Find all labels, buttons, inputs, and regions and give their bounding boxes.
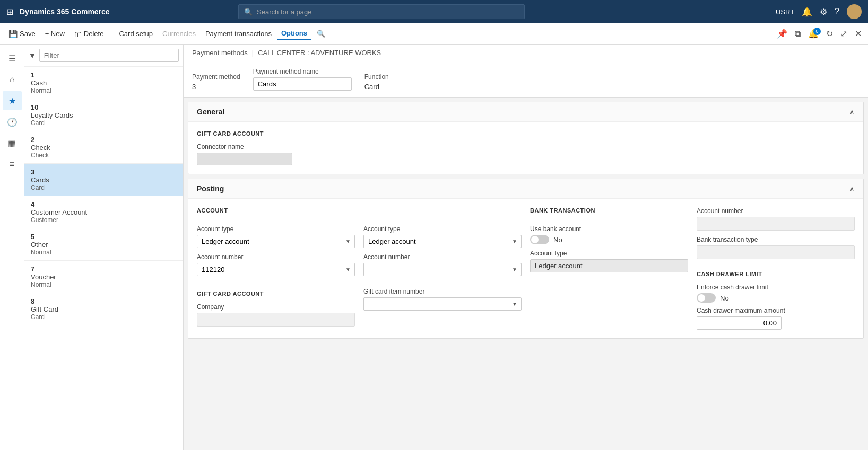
gift-card-item-select[interactable] <box>363 297 522 311</box>
bank-transaction-type-input[interactable] <box>697 245 855 259</box>
list-filter-icon[interactable]: ▼ <box>29 51 36 60</box>
gift-card-account-title: GIFT CARD ACCOUNT <box>197 130 855 137</box>
account-type2-label: Account type <box>363 225 522 233</box>
posting-grid: ACCOUNT Account type Ledger account ▼ <box>197 207 855 330</box>
list-item[interactable]: 4 Customer Account Customer <box>24 196 183 228</box>
new-button[interactable]: + New <box>41 28 69 40</box>
account-type-label: Account type <box>197 225 355 233</box>
save-button[interactable]: 💾 Save <box>4 28 40 40</box>
account-type2-select-wrapper: Ledger account ▼ <box>363 235 522 248</box>
list-item[interactable]: 7 Voucher Normal <box>24 261 183 293</box>
settings-icon[interactable]: ⚙ <box>820 7 827 17</box>
enforce-toggle-knob <box>698 294 705 302</box>
window-button[interactable]: ⧉ <box>793 28 803 40</box>
function-label: Function <box>364 73 389 81</box>
posting-section-title: Posting <box>197 184 224 193</box>
company-field: Company <box>197 303 355 327</box>
nav-star[interactable]: ★ <box>3 91 22 110</box>
list-item[interactable]: 2 Check Check <box>24 131 183 164</box>
breadcrumb-sub: CALL CENTER : ADVENTURE WORKS <box>258 49 381 57</box>
account-type-select[interactable]: Ledger account <box>197 235 355 248</box>
company-input[interactable] <box>197 313 355 327</box>
toggle-knob <box>531 236 539 243</box>
use-bank-account-value: No <box>553 236 562 244</box>
general-collapse-icon: ∧ <box>849 108 855 116</box>
general-section-content: GIFT CARD ACCOUNT Connector name <box>188 122 863 174</box>
account-number2-label: Account number <box>363 253 522 261</box>
list-item[interactable]: 1 Cash Normal <box>24 67 183 99</box>
nav-home[interactable]: ⌂ <box>3 70 22 89</box>
toolbar: 💾 Save + New 🗑 Delete Card setup Currenc… <box>0 23 868 45</box>
app-title: Dynamics 365 Commerce <box>20 7 110 16</box>
enforce-limit-value: No <box>720 294 729 302</box>
grid-icon[interactable]: ⊞ <box>6 7 13 17</box>
bank-account-number-input[interactable] <box>697 217 855 231</box>
close-button[interactable]: ✕ <box>853 28 864 40</box>
nav-hamburger[interactable]: ☰ <box>3 49 22 68</box>
account-number2-select-wrapper: ▼ <box>363 263 522 276</box>
payment-method-name-input[interactable] <box>253 77 352 91</box>
toolbar-separator-1 <box>111 28 111 40</box>
page-header: Payment methods | CALL CENTER : ADVENTUR… <box>184 45 868 61</box>
content-area: Payment methods | CALL CENTER : ADVENTUR… <box>184 45 868 450</box>
list-item[interactable]: 8 Gift Card Card <box>24 293 183 325</box>
cash-drawer-limit-title: CASH DRAWER LIMIT <box>697 271 855 277</box>
pin-button[interactable]: 📌 <box>775 28 789 40</box>
bank-transaction-type-field: Bank transaction type <box>697 236 855 259</box>
connector-name-label: Connector name <box>197 143 855 151</box>
help-icon[interactable]: ? <box>835 7 839 16</box>
delete-button[interactable]: 🗑 Delete <box>70 28 108 40</box>
nav-clock[interactable]: 🕐 <box>3 112 22 131</box>
gift-card-item-label: Gift card item number <box>363 288 522 295</box>
avatar[interactable] <box>847 4 862 19</box>
nav-list[interactable]: ≡ <box>3 155 22 174</box>
list-items: 1 Cash Normal 10 Loyalty Cards Card 2 Ch… <box>24 67 183 450</box>
cash-drawer-col: Account number Bank transaction type CAS… <box>697 207 855 330</box>
notification-icon[interactable]: 🔔 <box>802 7 812 17</box>
nav-grid[interactable]: ▦ <box>3 134 22 153</box>
account-type2-field: Account type Ledger account ▼ <box>363 225 522 248</box>
list-item[interactable]: 5 Other Normal <box>24 228 183 261</box>
company-label: Company <box>197 303 355 311</box>
bank-account-type-label: Account type <box>530 250 688 257</box>
payment-transactions-button[interactable]: Payment transactions <box>201 28 276 40</box>
search-bar[interactable]: 🔍 <box>238 4 525 19</box>
account-number-label: Account number <box>197 253 355 261</box>
max-amount-input[interactable] <box>697 316 782 330</box>
bank-account-type-value: Ledger account <box>530 259 688 272</box>
bank-transaction-title: BANK TRANSACTION <box>530 207 688 214</box>
options-button[interactable]: Options <box>277 27 311 40</box>
bank-account-number-field: Account number <box>697 207 855 231</box>
connector-name-input[interactable] <box>197 153 292 165</box>
bank-transaction-col: BANK TRANSACTION Use bank account No <box>530 207 688 330</box>
refresh-button[interactable]: ↻ <box>824 28 835 40</box>
account-type-select-wrapper: Ledger account ▼ <box>197 235 355 248</box>
general-section: General ∧ GIFT CARD ACCOUNT Connector na… <box>188 102 864 174</box>
expand-button[interactable]: ⤢ <box>838 28 849 40</box>
enforce-limit-field: Enforce cash drawer limit No <box>697 284 855 303</box>
list-item-selected[interactable]: 3 Cards Card <box>24 164 183 196</box>
currencies-button[interactable]: Currencies <box>158 28 200 40</box>
posting-section-header[interactable]: Posting ∧ <box>188 179 863 199</box>
payment-method-name-field: Payment method name <box>253 68 352 91</box>
cash-drawer-limit-section: CASH DRAWER LIMIT Enforce cash drawer li… <box>697 271 855 330</box>
max-amount-label: Cash drawer maximum amount <box>697 307 855 314</box>
account-section-title: ACCOUNT <box>197 207 355 214</box>
use-bank-account-field: Use bank account No <box>530 225 688 244</box>
account-number-select[interactable]: 112120 <box>197 263 355 276</box>
badge-button[interactable]: 🔔0 <box>806 28 821 40</box>
use-bank-account-toggle[interactable] <box>530 235 549 244</box>
function-value: Card <box>364 83 389 91</box>
account-number2-select[interactable] <box>363 263 522 276</box>
account-type2-select[interactable]: Ledger account <box>363 235 522 248</box>
enforce-limit-toggle[interactable] <box>697 293 716 303</box>
list-item[interactable]: 10 Loyalty Cards Card <box>24 99 183 131</box>
account-type-field: Account type Ledger account ▼ <box>197 225 355 248</box>
search-icon: 🔍 <box>244 8 253 16</box>
search-input[interactable] <box>257 8 519 16</box>
list-search-input[interactable] <box>39 49 179 62</box>
card-setup-button[interactable]: Card setup <box>115 28 157 40</box>
general-section-header[interactable]: General ∧ <box>188 102 863 122</box>
filter-icon-toolbar[interactable]: 🔍 <box>313 28 329 40</box>
breadcrumb-main: Payment methods <box>192 49 248 57</box>
